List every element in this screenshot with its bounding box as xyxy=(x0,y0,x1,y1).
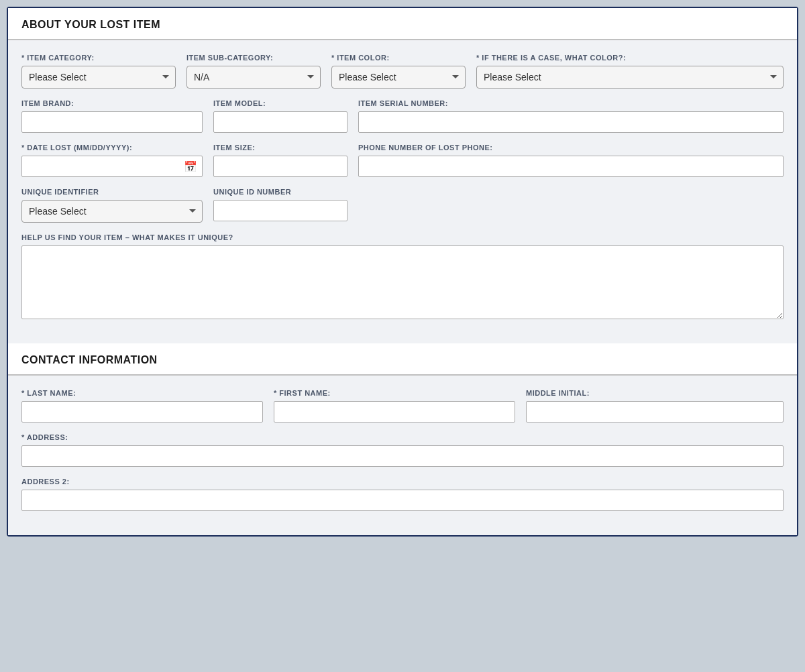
item-brand-label: ITEM BRAND: xyxy=(21,99,203,107)
item-model-input[interactable] xyxy=(213,111,347,133)
item-color-select[interactable]: Please Select xyxy=(331,66,466,89)
item-size-input[interactable] xyxy=(213,156,347,177)
lost-item-section-header: ABOUT YOUR LOST ITEM xyxy=(8,8,797,40)
case-color-label: * IF THERE IS A CASE, WHAT COLOR?: xyxy=(476,54,784,62)
item-model-label: ITEM MODEL: xyxy=(213,99,347,107)
item-serial-label: ITEM SERIAL NUMBER: xyxy=(358,99,784,107)
item-category-select[interactable]: Please Select xyxy=(21,66,176,89)
item-subcategory-label: ITEM SUB-CATEGORY: xyxy=(186,54,321,62)
phone-lost-label: PHONE NUMBER OF LOST PHONE: xyxy=(358,144,784,152)
row-address2: ADDRESS 2: xyxy=(21,478,784,511)
unique-id-number-input[interactable] xyxy=(213,200,347,221)
item-subcategory-group: ITEM SUB-CATEGORY: N/A xyxy=(186,54,321,89)
phone-lost-group: PHONE NUMBER OF LOST PHONE: xyxy=(358,144,784,177)
row-name: * LAST NAME: * FIRST NAME: MIDDLE INITIA… xyxy=(21,389,784,423)
item-serial-group: ITEM SERIAL NUMBER: xyxy=(358,99,784,133)
unique-description-label: HELP US FIND YOUR ITEM – WHAT MAKES IT U… xyxy=(21,233,784,241)
address2-input[interactable] xyxy=(21,490,784,511)
item-model-group: ITEM MODEL: xyxy=(213,99,347,133)
unique-description-group: HELP US FIND YOUR ITEM – WHAT MAKES IT U… xyxy=(21,233,784,319)
first-name-group: * FIRST NAME: xyxy=(274,389,515,423)
first-name-input[interactable] xyxy=(274,401,515,423)
unique-identifier-select[interactable]: Please Select xyxy=(21,200,203,223)
address-label: * ADDRESS: xyxy=(21,433,784,441)
middle-initial-input[interactable] xyxy=(526,401,784,423)
unique-identifier-group: UNIQUE IDENTIFIER Please Select xyxy=(21,188,203,223)
page-wrapper: ABOUT YOUR LOST ITEM * ITEM CATEGORY: Pl… xyxy=(7,7,798,537)
lost-item-section-body: * ITEM CATEGORY: Please Select ITEM SUB-… xyxy=(8,40,797,343)
date-input-wrapper: 📅 xyxy=(21,156,203,177)
first-name-label: * FIRST NAME: xyxy=(274,389,515,397)
item-brand-group: ITEM BRAND: xyxy=(21,99,203,133)
date-lost-group: * DATE LOST (MM/DD/YYYY): 📅 xyxy=(21,144,203,177)
middle-initial-group: MIDDLE INITIAL: xyxy=(526,389,784,423)
item-brand-input[interactable] xyxy=(21,111,203,133)
row-address: * ADDRESS: xyxy=(21,433,784,467)
item-size-label: ITEM SIZE: xyxy=(213,144,347,152)
date-lost-input[interactable] xyxy=(21,156,203,177)
phone-lost-input[interactable] xyxy=(358,156,784,177)
last-name-label: * LAST NAME: xyxy=(21,389,263,397)
contact-section-title: CONTACT INFORMATION xyxy=(21,354,784,366)
unique-id-number-label: UNIQUE ID NUMBER xyxy=(213,188,347,196)
last-name-group: * LAST NAME: xyxy=(21,389,263,423)
item-size-group: ITEM SIZE: xyxy=(213,144,347,177)
contact-section-header: CONTACT INFORMATION xyxy=(8,343,797,376)
unique-identifier-label: UNIQUE IDENTIFIER xyxy=(21,188,203,196)
row-unique: UNIQUE IDENTIFIER Please Select UNIQUE I… xyxy=(21,188,784,223)
case-color-group: * IF THERE IS A CASE, WHAT COLOR?: Pleas… xyxy=(476,54,784,89)
row-brand: ITEM BRAND: ITEM MODEL: ITEM SERIAL NUMB… xyxy=(21,99,784,133)
lost-item-title: ABOUT YOUR LOST ITEM xyxy=(21,19,784,31)
date-lost-label: * DATE LOST (MM/DD/YYYY): xyxy=(21,144,203,152)
contact-section-body: * LAST NAME: * FIRST NAME: MIDDLE INITIA… xyxy=(8,376,797,535)
row-description: HELP US FIND YOUR ITEM – WHAT MAKES IT U… xyxy=(21,233,784,319)
row-category: * ITEM CATEGORY: Please Select ITEM SUB-… xyxy=(21,54,784,89)
address2-group: ADDRESS 2: xyxy=(21,478,784,511)
item-subcategory-select[interactable]: N/A xyxy=(186,66,321,89)
item-serial-input[interactable] xyxy=(358,111,784,133)
item-category-label: * ITEM CATEGORY: xyxy=(21,54,176,62)
address2-label: ADDRESS 2: xyxy=(21,478,784,486)
case-color-select[interactable]: Please Select xyxy=(476,66,784,89)
item-category-group: * ITEM CATEGORY: Please Select xyxy=(21,54,176,89)
unique-id-number-group: UNIQUE ID NUMBER xyxy=(213,188,347,221)
item-color-group: * ITEM COLOR: Please Select xyxy=(331,54,466,89)
item-color-label: * ITEM COLOR: xyxy=(331,54,466,62)
address-input[interactable] xyxy=(21,445,784,467)
unique-description-textarea[interactable] xyxy=(21,245,784,319)
last-name-input[interactable] xyxy=(21,401,263,423)
middle-initial-label: MIDDLE INITIAL: xyxy=(526,389,784,397)
row-date: * DATE LOST (MM/DD/YYYY): 📅 ITEM SIZE: P… xyxy=(21,144,784,177)
address-group: * ADDRESS: xyxy=(21,433,784,467)
